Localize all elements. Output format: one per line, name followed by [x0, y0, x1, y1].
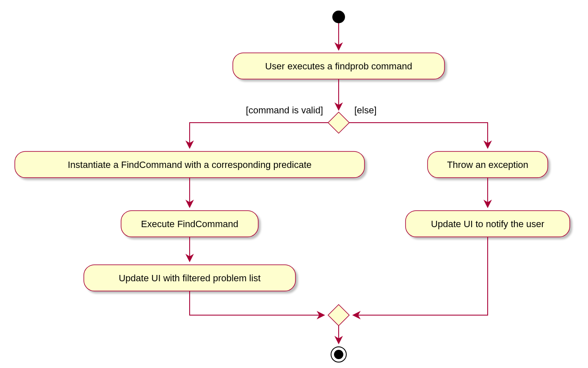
activity-diagram: User executes a findprob command [comman…	[0, 0, 588, 368]
activity-label: User executes a findprob command	[265, 61, 412, 71]
guard-label-else: [else]	[354, 105, 377, 115]
decision-diamond-icon	[328, 112, 349, 133]
final-node-inner-icon	[334, 350, 343, 359]
activity-label: Update UI with filtered problem list	[119, 273, 260, 283]
guard-label-valid: [command is valid]	[246, 105, 323, 115]
flow-arrow	[190, 291, 324, 315]
initial-node-icon	[332, 11, 345, 23]
activity-label: Execute FindCommand	[141, 219, 238, 229]
activity-label: Update UI to notify the user	[431, 219, 544, 229]
activity-label: Instantiate a FindCommand with a corresp…	[68, 159, 312, 170]
activity-label: Throw an exception	[447, 159, 528, 170]
merge-diamond-icon	[328, 305, 349, 326]
flow-arrow	[190, 123, 328, 148]
flow-arrow	[349, 123, 488, 148]
flow-arrow	[353, 237, 488, 315]
